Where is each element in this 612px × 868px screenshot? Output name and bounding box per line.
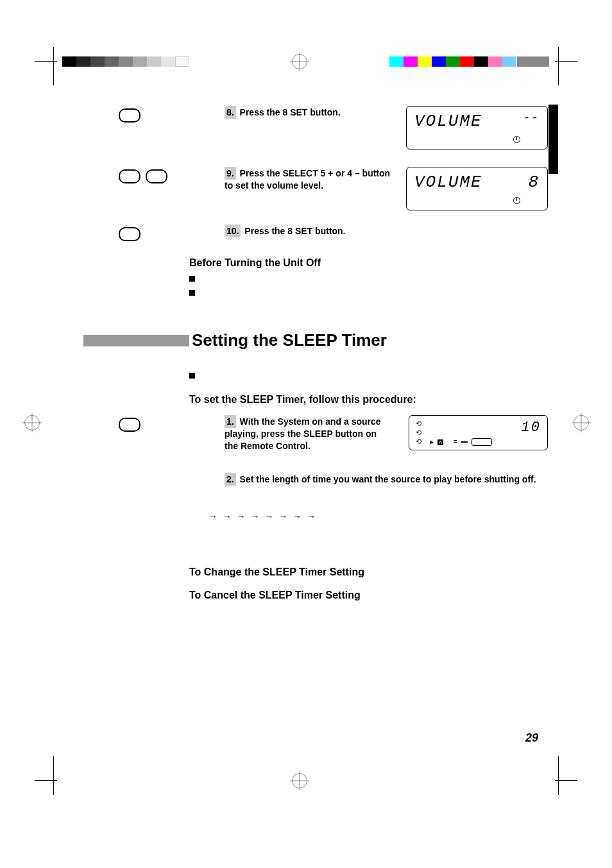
lcd-display: VOLUME --	[406, 106, 548, 149]
set-button-icon	[119, 227, 140, 241]
play-icon: ▶	[430, 438, 434, 446]
registration-mark-icon	[574, 415, 589, 430]
step-number: 8.	[225, 106, 236, 119]
step-text: Press the 8 SET button.	[240, 107, 341, 117]
equals-icon: =	[454, 439, 457, 446]
gray-block	[517, 56, 549, 67]
section-bar	[83, 335, 189, 346]
section-title: Setting the SLEEP Timer	[192, 330, 387, 350]
set-button-icon	[119, 108, 140, 123]
change-timer-heading: To Change the SLEEP Timer Setting	[189, 566, 364, 577]
crop-mark	[558, 47, 559, 85]
before-off-section: Before Turning the Unit Off	[189, 257, 548, 298]
step-number: 10.	[225, 225, 241, 237]
grayscale-calibration-bar	[62, 56, 189, 67]
registration-mark-icon	[24, 415, 40, 430]
sleep-button-icon	[119, 418, 140, 432]
crop-mark	[53, 47, 54, 85]
step-8: 8. Press the 8 SET button. VOLUME --	[83, 106, 548, 157]
display-label: VOLUME	[414, 173, 482, 192]
crop-mark	[35, 780, 57, 781]
display-label: VOLUME	[414, 112, 482, 131]
lcd-display: VOLUME 8	[406, 167, 548, 210]
cassette-icon	[472, 438, 492, 446]
step-number: 1.	[225, 415, 236, 428]
bullet-icon	[189, 276, 195, 282]
step-text: Press the 8 SET button.	[244, 226, 345, 236]
display-value: 10	[522, 420, 541, 436]
step-10: 10. Press the 8 SET button.	[83, 225, 548, 241]
clock-icon	[513, 136, 520, 143]
lcd-display: ⟲ ⟲ ⟲ 10 ▶ A =	[409, 415, 548, 450]
repeat-icon: ⟲	[416, 429, 421, 437]
crop-mark	[558, 756, 559, 795]
cancel-timer-heading: To Cancel the SLEEP Timer Setting	[189, 590, 361, 600]
black-edge-tab	[548, 105, 558, 174]
page-content: 8. Press the 8 SET button. VOLUME -- 9. …	[83, 106, 548, 601]
repeat-icon: ⟲	[416, 438, 421, 446]
bullet-icon	[189, 373, 195, 379]
change-timer-section: To Change the SLEEP Timer Setting	[189, 566, 548, 578]
before-off-heading: Before Turning the Unit Off	[189, 257, 321, 268]
tape-a-icon: A	[438, 439, 443, 445]
step-text: Set the length of time you want the sour…	[240, 474, 536, 484]
step-9: 9. Press the SELECT 5 + or 4 – button to…	[83, 167, 548, 218]
sleep-step-2: 2. Set the length of time you want the s…	[83, 473, 548, 486]
bar-icon	[461, 441, 468, 443]
step-text: Press the SELECT 5 + or 4 – button to se…	[225, 168, 390, 191]
crop-mark	[53, 756, 54, 795]
repeat-icon: ⟲	[416, 420, 421, 428]
sleep-step-1: 1. With the System on and a source playi…	[83, 415, 548, 457]
arrow-sequence: → → → → → → → →	[208, 511, 548, 522]
step-text: With the System on and a source playing,…	[225, 416, 381, 451]
crop-mark	[555, 780, 577, 781]
select-minus-button-icon	[119, 169, 140, 183]
cancel-timer-section: To Cancel the SLEEP Timer Setting	[189, 590, 548, 601]
display-value: 8	[528, 173, 540, 192]
select-plus-button-icon	[146, 169, 167, 183]
color-calibration-bar	[389, 56, 516, 67]
sleep-intro: To set the SLEEP Timer, follow this proc…	[189, 394, 416, 405]
crop-mark	[35, 61, 57, 62]
crop-mark	[555, 61, 577, 62]
section-header: Setting the SLEEP Timer	[83, 330, 548, 350]
bullet-icon	[189, 290, 195, 296]
page-number: 29	[525, 731, 538, 745]
step-number: 9.	[225, 167, 236, 180]
sleep-intro-block: To set the SLEEP Timer, follow this proc…	[189, 370, 548, 405]
clock-icon	[513, 197, 520, 204]
step-number: 2.	[225, 473, 236, 486]
registration-mark-icon	[292, 773, 307, 788]
display-value: --	[523, 112, 540, 131]
registration-mark-icon	[292, 54, 307, 69]
